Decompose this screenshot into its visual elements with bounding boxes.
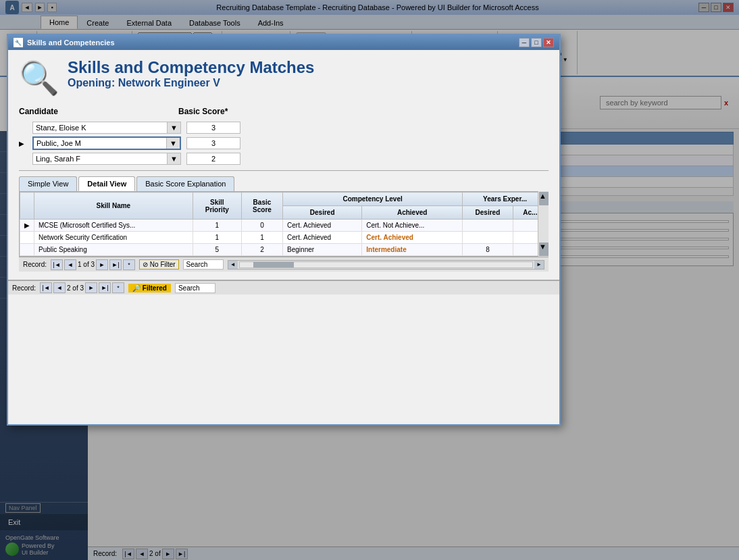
desired-years-header: Desired (463, 206, 513, 220)
outer-prev-btn[interactable]: ◄ (53, 282, 66, 293)
candidate-input-1[interactable] (33, 122, 167, 133)
candidate-input-3[interactable] (33, 153, 167, 164)
years-desired-2 (463, 232, 513, 244)
view-tabs: Simple View Detail View Basic Score Expl… (19, 176, 549, 191)
years-desired-3: 8 (463, 244, 513, 256)
comp-desired-3: Beginner (283, 244, 362, 256)
comp-achieved-2: Cert. Achieved (362, 232, 463, 244)
inner-search-input[interactable] (183, 259, 224, 270)
basic-score-1-val: 0 (241, 220, 282, 232)
candidate-row-1: ▼ 3 (19, 122, 549, 134)
modal-overlay: 🔧 Skills and Competencies ─ □ ✕ 🔍 Skills… (0, 0, 739, 560)
outer-last-btn[interactable]: ►| (99, 282, 111, 293)
detail-view-container: Skill Name SkillPriority BasicScore Comp… (19, 191, 549, 257)
skills-modal: 🔧 Skills and Competencies ─ □ ✕ 🔍 Skills… (7, 34, 561, 426)
basic-score-1: 3 (186, 122, 240, 134)
row-indicator-2: ▶ (19, 140, 27, 147)
basic-score-2: 3 (186, 137, 240, 149)
skill-name-header: Skill Name (34, 193, 193, 220)
inner-first-btn[interactable]: |◄ (51, 259, 63, 270)
h-scroll-right[interactable]: ► (534, 261, 544, 269)
scroll-thumb-down[interactable]: ▼ (539, 243, 549, 256)
horizontal-scrollbar[interactable]: ◄ ► (228, 260, 544, 270)
inner-new-btn[interactable]: * (123, 259, 135, 270)
years-desired-1 (463, 220, 513, 232)
modal-titlebar: 🔧 Skills and Competencies ─ □ ✕ (8, 35, 559, 50)
candidate-selector-1[interactable]: ▼ (32, 122, 181, 134)
inner-prev-btn[interactable]: ◄ (64, 259, 76, 270)
candidate-column-header: Candidate (19, 107, 168, 116)
detail-table: Skill Name SkillPriority BasicScore Comp… (20, 192, 548, 256)
comp-achieved-3: Intermediate (362, 244, 463, 256)
modal-minimize-btn[interactable]: ─ (519, 38, 530, 47)
h-scroll-left[interactable]: ◄ (228, 261, 238, 269)
competency-level-header: Competency Level (283, 193, 463, 206)
outer-search-input[interactable] (175, 283, 215, 293)
modal-title-icon: 🔧 (14, 38, 23, 47)
skill-priority-3: 5 (193, 244, 241, 256)
search-icon: 🔍 (19, 58, 59, 99)
outer-record-text: 2 of 3 (67, 284, 84, 292)
modal-subheading: Opening: Network Engineer V (68, 77, 314, 89)
modal-close-btn[interactable]: ✕ (543, 38, 554, 47)
basic-score-2-val: 1 (241, 232, 282, 244)
inner-last-btn[interactable]: ►| (109, 259, 122, 270)
modal-body: 🔍 Skills and Competency Matches Opening:… (8, 50, 559, 280)
no-filter-badge[interactable]: ⊘ No Filter (139, 259, 179, 270)
skill-priority-2: 1 (193, 232, 241, 244)
comp-desired-2: Cert. Achieved (283, 232, 362, 244)
candidate-dropdown-1[interactable]: ▼ (167, 122, 180, 133)
detail-row-1: ▶ MCSE (Microsoft Certified Sys... 1 0 C… (20, 220, 548, 232)
comp-achieved-1: Cert. Not Achieve... (362, 220, 463, 232)
filtered-badge[interactable]: 🔎 Filtered (128, 284, 171, 292)
detail-view-wrapper: Skill Name SkillPriority BasicScore Comp… (19, 191, 549, 257)
modal-heading: Skills and Competency Matches (68, 58, 314, 77)
basic-score-3: 2 (186, 153, 240, 165)
inner-record-label: Record: (23, 261, 47, 268)
detail-row-3: Public Speaking 5 2 Beginner Intermediat… (20, 244, 548, 256)
outer-record-label: Record: (12, 284, 36, 292)
vertical-scrollbar[interactable]: ▲ ▼ (538, 191, 549, 257)
skill-priority-header: SkillPriority (193, 193, 241, 220)
basic-score-3-val: 2 (241, 244, 282, 256)
skill-name-1: MCSE (Microsoft Certified Sys... (34, 220, 193, 232)
comp-desired-1: Cert. Achieved (283, 220, 362, 232)
desired-comp-header: Desired (283, 206, 362, 220)
basic-score-header: BasicScore (241, 193, 282, 220)
h-scroll-thumb (253, 262, 294, 268)
detail-row-2: Network Security Certification 1 1 Cert.… (20, 232, 548, 244)
skill-name-2: Network Security Certification (34, 232, 193, 244)
scroll-thumb-up[interactable]: ▲ (539, 192, 549, 205)
modal-maximize-btn[interactable]: □ (531, 38, 542, 47)
inner-record-nav: Record: |◄ ◄ 1 of 3 ► ►| * ⊘ No Filter ◄ (19, 257, 549, 272)
detail-view-tab[interactable]: Detail View (78, 176, 135, 191)
years-exp-header: Years Exper... (463, 193, 548, 206)
candidate-selector-2[interactable]: ▼ (32, 136, 181, 150)
candidate-dropdown-2[interactable]: ▼ (166, 138, 180, 149)
modal-header: 🔍 Skills and Competency Matches Opening:… (19, 58, 549, 99)
inner-next-btn[interactable]: ► (96, 259, 108, 270)
achieved-comp-header: Achieved (362, 206, 463, 220)
candidates-section-header: Candidate Basic Score* (19, 107, 549, 116)
skill-name-3: Public Speaking (34, 244, 193, 256)
skill-priority-1: 1 (193, 220, 241, 232)
modal-title: Skills and Competencies (27, 39, 115, 47)
candidate-input-2[interactable] (34, 138, 166, 149)
candidate-selector-3[interactable]: ▼ (32, 153, 181, 165)
basic-score-explanation-tab[interactable]: Basic Score Explanation (136, 176, 234, 191)
modal-separator (19, 170, 549, 171)
basic-score-column-header: Basic Score* (178, 107, 228, 116)
outer-next-btn[interactable]: ► (85, 282, 97, 293)
candidate-row-2: ▶ ▼ 3 (19, 136, 549, 150)
simple-view-tab[interactable]: Simple View (19, 176, 77, 191)
outer-new-btn[interactable]: * (112, 282, 124, 293)
outer-record-nav: Record: |◄ ◄ 2 of 3 ► ►| * 🔎 Filtered (8, 280, 559, 295)
inner-record-text: 1 of 3 (78, 261, 95, 268)
candidate-dropdown-3[interactable]: ▼ (167, 153, 180, 164)
outer-first-btn[interactable]: |◄ (40, 282, 52, 293)
candidate-row-3: ▼ 2 (19, 153, 549, 165)
